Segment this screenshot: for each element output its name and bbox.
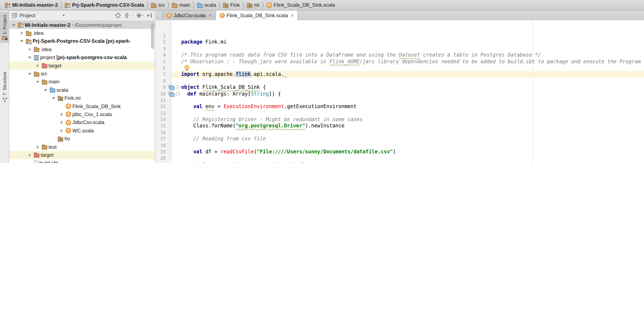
gutter-icon-column xyxy=(168,91,176,97)
gutter-icon-column xyxy=(168,123,176,129)
expanded-arrow-icon[interactable] xyxy=(36,79,40,84)
line-number: 14 xyxy=(156,116,168,123)
gear-icon[interactable] xyxy=(136,13,144,19)
breadcrumb-item[interactable]: main xyxy=(170,0,192,10)
collapsed-arrow-icon[interactable] xyxy=(20,31,25,36)
fold-marker-icon[interactable] xyxy=(176,92,180,96)
package-icon xyxy=(223,4,229,8)
collapsed-arrow-icon[interactable] xyxy=(60,120,64,125)
locate-file-icon[interactable] xyxy=(115,13,121,19)
tree-row[interactable]: Flink_Scala_DB_Sink xyxy=(9,102,155,110)
toolwindow-button-structure[interactable]: 7: Structure xyxy=(0,69,9,105)
breadcrumb-item[interactable]: Prj-Spark-Postgres-CSV-Scala xyxy=(64,0,146,10)
breadcrumb-item[interactable]: mi xyxy=(245,0,261,10)
fold-column xyxy=(176,123,181,129)
chevron-down-icon[interactable] xyxy=(62,15,65,16)
fold-column xyxy=(176,71,181,78)
code-text[interactable]: def main(args: Array[String]) { xyxy=(181,91,281,97)
code-text[interactable]: // Reading from csv file xyxy=(181,136,266,142)
editor-tab[interactable]: JdbcCsv.scala× xyxy=(162,11,216,20)
expanded-arrow-icon[interactable] xyxy=(12,23,17,28)
scala-object-icon xyxy=(66,128,71,133)
tree-row[interactable]: MI-Initials-master-2 ~/Documents/paproje… xyxy=(9,21,155,29)
tree-item-label: src xyxy=(40,71,47,77)
code-line: 1 xyxy=(156,33,644,39)
collapsed-arrow-icon[interactable] xyxy=(28,152,33,157)
collapsed-arrow-icon[interactable] xyxy=(60,112,64,117)
run-declaration-icon[interactable] xyxy=(169,92,174,97)
editor-tab[interactable]: Flink_Scala_DB_Sink.scala× xyxy=(216,11,298,20)
editor-tab-bar: JdbcCsv.scala×Flink_Scala_DB_Sink.scala× xyxy=(156,11,644,20)
breadcrumb-item-label: Fink xyxy=(230,2,240,8)
breadcrumb-item-label: Flink_Scala_DB_Sink.scala xyxy=(274,2,335,8)
tab-close-icon[interactable]: × xyxy=(208,13,212,18)
breadcrumb-item[interactable]: scala xyxy=(196,0,218,10)
collapsed-arrow-icon[interactable] xyxy=(36,144,40,149)
tree-row[interactable]: jdbc_Csv_1.scala xyxy=(9,110,155,119)
code-text[interactable] xyxy=(181,65,189,71)
expanded-arrow-icon[interactable] xyxy=(28,55,33,60)
code-line: 6 xyxy=(156,65,644,71)
expanded-arrow-icon[interactable] xyxy=(44,88,48,93)
tree-row[interactable]: target xyxy=(9,62,155,70)
code-line: 7import org.apache.flink.api.scala._ xyxy=(156,71,644,78)
breadcrumb-item[interactable]: Fink xyxy=(222,0,242,10)
code-text[interactable]: object Flink_Scala_DB_Sink { xyxy=(181,84,266,91)
project-tree-vertical-scrollbar[interactable] xyxy=(151,23,154,49)
collapsed-arrow-icon[interactable] xyxy=(60,128,64,133)
tree-row[interactable]: Prj-Spark-Postgres-CSV-Scala [prj-spark- xyxy=(9,37,155,46)
code-text[interactable]: val df = readCsvFile("File:////Users/sun… xyxy=(181,149,396,155)
folder-icon xyxy=(42,80,47,85)
code-text[interactable]: Class.forName("org.postgresql.Driver").n… xyxy=(181,123,344,129)
project-view-icon xyxy=(12,13,18,18)
tree-row[interactable]: WC.scala xyxy=(9,126,155,135)
code-text[interactable]: // Registering Driver - Might be redunda… xyxy=(181,116,362,123)
tree-row[interactable]: .idea xyxy=(9,29,155,37)
tree-row[interactable]: ho xyxy=(9,135,155,143)
tree-row[interactable]: build.sbt xyxy=(9,159,155,163)
breadcrumb-item-label: mi xyxy=(254,2,259,8)
code-text[interactable]: import org.apache.flink.api.scala._ xyxy=(181,71,287,78)
line-number: 20 xyxy=(156,155,168,162)
tree-row[interactable]: .idea xyxy=(9,45,155,53)
lightbulb-icon[interactable] xyxy=(184,65,189,70)
collapse-all-icon[interactable] xyxy=(124,13,130,19)
tree-row[interactable]: target xyxy=(9,151,155,159)
code-line: 14 // Registering Driver - Might be redu… xyxy=(156,116,644,123)
tree-row[interactable]: JdbcCsv.scala xyxy=(9,118,155,126)
tree-row[interactable]: test xyxy=(9,143,155,151)
editor-area: JdbcCsv.scala×Flink_Scala_DB_Sink.scala×… xyxy=(156,11,644,163)
code-text[interactable]: // Setting database connection details xyxy=(181,162,308,163)
code-text[interactable]: /* Observation : - Though jars were avai… xyxy=(181,58,644,65)
code-text[interactable]: val env = ExecutionEnvironment.getExecut… xyxy=(181,104,356,110)
breadcrumb-item[interactable]: Flink_Scala_DB_Sink.scala xyxy=(265,0,337,10)
line-number: 7 xyxy=(156,71,168,78)
tree-row[interactable]: src xyxy=(9,70,155,78)
scala-object-icon xyxy=(66,112,71,117)
code-text[interactable]: /* This program reads data from CSV file… xyxy=(181,52,541,58)
code-line: 11 xyxy=(156,97,644,104)
hide-panel-icon[interactable] xyxy=(146,13,152,19)
tree-row[interactable]: main xyxy=(9,78,155,86)
breadcrumb-item[interactable]: MI-Initials-master-2 xyxy=(3,0,60,10)
expanded-arrow-icon[interactable] xyxy=(52,96,56,101)
gutter-icon-column xyxy=(168,39,176,46)
project-panel: Project MI-Initials-master-2 ~/Documents… xyxy=(9,11,155,163)
line-number: 8 xyxy=(156,78,168,84)
breadcrumb-separator-icon xyxy=(192,1,196,9)
run-declaration-icon[interactable] xyxy=(169,85,174,90)
tree-row[interactable]: project [prj-spark-postgres-csv-scala xyxy=(9,53,155,62)
breadcrumb-item[interactable]: src xyxy=(150,0,167,10)
editor-body[interactable]: 12package Fink.mi34/* This program reads… xyxy=(156,20,644,163)
tab-close-icon[interactable]: × xyxy=(291,13,294,18)
toolwindow-button-project[interactable]: 1: Project xyxy=(0,12,9,43)
gutter-icon-column xyxy=(168,97,176,104)
tree-row[interactable]: Fink.mi xyxy=(9,94,155,102)
collapsed-arrow-icon[interactable] xyxy=(28,47,33,52)
fold-marker-icon[interactable] xyxy=(176,85,180,89)
expanded-arrow-icon[interactable] xyxy=(20,39,25,44)
tree-row[interactable]: scala xyxy=(9,86,155,94)
code-text[interactable]: package Fink.mi xyxy=(181,39,226,46)
collapsed-arrow-icon[interactable] xyxy=(36,63,40,68)
expanded-arrow-icon[interactable] xyxy=(28,71,33,76)
